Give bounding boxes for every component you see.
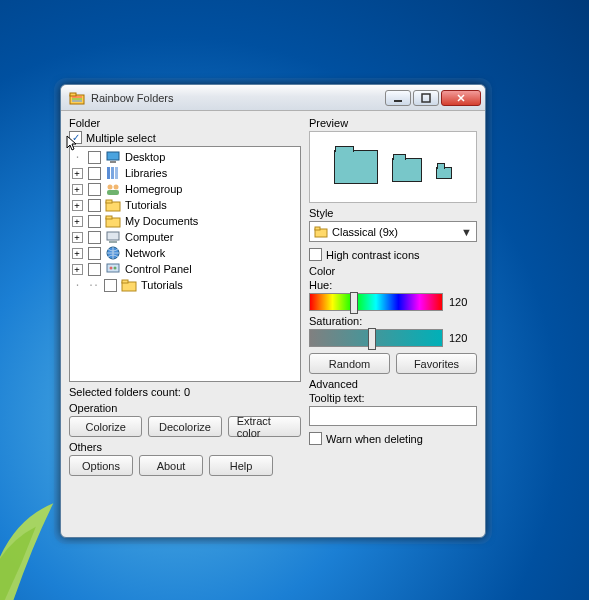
tree-checkbox[interactable] bbox=[88, 183, 101, 196]
tree-item[interactable]: +Libraries bbox=[70, 165, 298, 181]
svg-rect-16 bbox=[107, 232, 119, 240]
titlebar[interactable]: Rainbow Folders bbox=[61, 85, 485, 111]
tree-checkbox[interactable] bbox=[88, 263, 101, 276]
operation-label: Operation bbox=[69, 402, 301, 414]
svg-rect-8 bbox=[115, 167, 118, 179]
others-label: Others bbox=[69, 441, 301, 453]
svg-rect-25 bbox=[315, 227, 320, 230]
tree-checkbox[interactable] bbox=[88, 151, 101, 164]
warn-checkbox[interactable] bbox=[309, 432, 322, 445]
svg-rect-1 bbox=[70, 93, 76, 96]
expand-icon[interactable]: + bbox=[72, 200, 83, 211]
help-button[interactable]: Help bbox=[209, 455, 273, 476]
expand-icon[interactable]: + bbox=[72, 264, 83, 275]
svg-rect-13 bbox=[106, 200, 112, 203]
tree-item[interactable]: ···Tutorials bbox=[70, 277, 298, 293]
folder-tree[interactable]: ·Desktop+Libraries+Homegroup+Tutorials+M… bbox=[69, 146, 301, 382]
advanced-label: Advanced bbox=[309, 378, 477, 390]
svg-point-20 bbox=[110, 267, 113, 270]
svg-rect-3 bbox=[422, 94, 430, 102]
hue-slider[interactable] bbox=[309, 293, 443, 311]
svg-rect-17 bbox=[109, 241, 117, 243]
multiple-select-label: Multiple select bbox=[86, 132, 156, 144]
multiple-select-row[interactable]: Multiple select bbox=[69, 131, 301, 144]
tree-item-label: Computer bbox=[123, 231, 173, 243]
tree-item-label: Homegroup bbox=[123, 183, 182, 195]
tree-checkbox[interactable] bbox=[104, 279, 117, 292]
tree-item-label: Tutorials bbox=[123, 199, 167, 211]
svg-rect-2 bbox=[394, 100, 402, 102]
tree-item[interactable]: +Computer bbox=[70, 229, 298, 245]
expand-icon[interactable]: + bbox=[72, 248, 83, 259]
tree-item-label: Network bbox=[123, 247, 165, 259]
expand-icon[interactable]: + bbox=[72, 168, 83, 179]
svg-rect-6 bbox=[107, 167, 110, 179]
minimize-button[interactable] bbox=[385, 90, 411, 106]
tree-checkbox[interactable] bbox=[88, 215, 101, 228]
svg-rect-5 bbox=[110, 161, 116, 163]
expand-icon[interactable]: + bbox=[72, 216, 83, 227]
preview-label: Preview bbox=[309, 117, 477, 129]
tooltip-text-input[interactable] bbox=[309, 406, 477, 426]
hue-thumb[interactable] bbox=[350, 292, 358, 314]
svg-rect-19 bbox=[107, 264, 119, 272]
favorites-button[interactable]: Favorites bbox=[396, 353, 477, 374]
color-section: Color Hue: 120 Saturation: 120 Random Fa… bbox=[309, 265, 477, 374]
svg-point-21 bbox=[114, 267, 117, 270]
left-panel: Folder Multiple select ·Desktop+Librarie… bbox=[69, 117, 301, 529]
folder-icon bbox=[105, 197, 121, 213]
preview-folder-small-icon bbox=[436, 167, 452, 179]
tree-item-label: Control Panel bbox=[123, 263, 192, 275]
saturation-thumb[interactable] bbox=[368, 328, 376, 350]
decolorize-button[interactable]: Decolorize bbox=[148, 416, 221, 437]
folder-label: Folder bbox=[69, 117, 301, 129]
homegroup-icon bbox=[105, 181, 121, 197]
options-button[interactable]: Options bbox=[69, 455, 133, 476]
tree-checkbox[interactable] bbox=[88, 167, 101, 180]
app-icon bbox=[69, 90, 85, 106]
hue-label: Hue: bbox=[309, 279, 332, 291]
expand-icon[interactable]: + bbox=[72, 232, 83, 243]
window-title: Rainbow Folders bbox=[89, 92, 383, 104]
tree-checkbox[interactable] bbox=[88, 231, 101, 244]
desktop-background: Rainbow Folders Folder Multiple select ·… bbox=[0, 0, 589, 600]
style-dropdown[interactable]: Classical (9x) ▼ bbox=[309, 221, 477, 242]
tree-item[interactable]: +My Documents bbox=[70, 213, 298, 229]
tree-item[interactable]: +Network bbox=[70, 245, 298, 261]
color-label: Color bbox=[309, 265, 477, 277]
warn-row[interactable]: Warn when deleting bbox=[309, 432, 477, 445]
tree-item[interactable]: +Tutorials bbox=[70, 197, 298, 213]
expand-icon[interactable]: + bbox=[72, 184, 83, 195]
svg-point-9 bbox=[108, 185, 113, 190]
high-contrast-checkbox[interactable] bbox=[309, 248, 322, 261]
style-label: Style bbox=[309, 207, 477, 219]
network-icon bbox=[105, 245, 121, 261]
multiple-select-checkbox[interactable] bbox=[69, 131, 82, 144]
extract-color-button[interactable]: Extract color bbox=[228, 416, 301, 437]
random-button[interactable]: Random bbox=[309, 353, 390, 374]
high-contrast-row[interactable]: High contrast icons bbox=[309, 248, 477, 261]
saturation-slider[interactable] bbox=[309, 329, 443, 347]
tree-item[interactable]: +Control Panel bbox=[70, 261, 298, 277]
high-contrast-label: High contrast icons bbox=[326, 249, 420, 261]
saturation-value: 120 bbox=[449, 332, 477, 344]
tree-item-label: My Documents bbox=[123, 215, 198, 227]
maximize-button[interactable] bbox=[413, 90, 439, 106]
svg-rect-4 bbox=[107, 152, 119, 160]
tree-checkbox[interactable] bbox=[88, 199, 101, 212]
chevron-down-icon: ▼ bbox=[461, 226, 472, 238]
preview-folder-medium-icon bbox=[392, 158, 422, 182]
tree-checkbox[interactable] bbox=[88, 247, 101, 260]
operation-section: Operation Colorize Decolorize Extract co… bbox=[69, 402, 301, 437]
style-selected: Classical (9x) bbox=[332, 226, 457, 238]
about-button[interactable]: About bbox=[139, 455, 203, 476]
tree-item[interactable]: ·Desktop bbox=[70, 149, 298, 165]
tree-item[interactable]: +Homegroup bbox=[70, 181, 298, 197]
colorize-button[interactable]: Colorize bbox=[69, 416, 142, 437]
close-button[interactable] bbox=[441, 90, 481, 106]
style-section: Style Classical (9x) ▼ High contrast ico… bbox=[309, 207, 477, 261]
svg-rect-15 bbox=[106, 216, 112, 219]
hue-value: 120 bbox=[449, 296, 477, 308]
svg-rect-23 bbox=[122, 280, 128, 283]
warn-label: Warn when deleting bbox=[326, 433, 423, 445]
